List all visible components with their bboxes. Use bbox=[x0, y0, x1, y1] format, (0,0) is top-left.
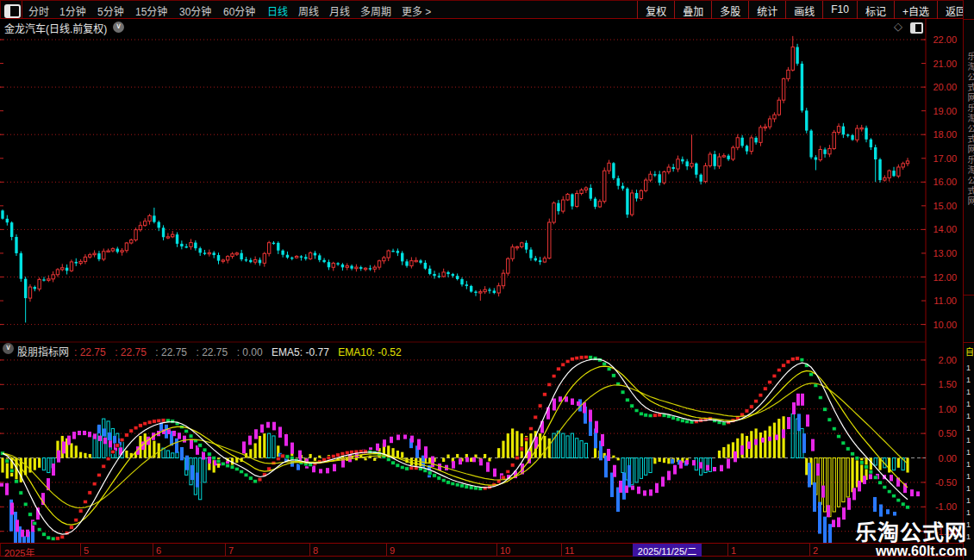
chart-canvas[interactable] bbox=[0, 0, 974, 560]
date-divider bbox=[80, 544, 81, 557]
watchlist-item[interactable]: 1 bbox=[966, 470, 971, 482]
watchlist-tab[interactable]: 自 bbox=[965, 345, 974, 358]
watchlist-item[interactable]: 1 bbox=[966, 458, 971, 470]
price-axis-label: 11.00 bbox=[919, 296, 957, 306]
candlestick-series bbox=[1, 36, 908, 323]
date-label: 7 bbox=[228, 545, 234, 556]
watchlist-item[interactable]: 1 bbox=[966, 374, 971, 386]
date-divider bbox=[153, 544, 153, 557]
indicator-value: : 0.00 bbox=[237, 346, 263, 358]
date-label: 5 bbox=[84, 545, 89, 556]
indicator-axis-label: 0.50 bbox=[919, 428, 957, 439]
indicator-name[interactable]: 股朋指标网 bbox=[17, 344, 69, 358]
selected-date-badge: 2025/11/25/二 bbox=[633, 544, 702, 557]
price-axis-label: 13.00 bbox=[919, 248, 957, 258]
watchlist-item[interactable]: 1 bbox=[966, 495, 971, 507]
right-sidebar-strip[interactable]: 乐淘公式网乐淘公式网乐淘公式网 自 111111111111111 bbox=[963, 0, 974, 560]
date-divider bbox=[309, 544, 310, 557]
price-axis-label: 12.00 bbox=[919, 272, 957, 283]
watchlist-item[interactable]: 1 bbox=[966, 446, 971, 458]
indicator-axis-label: -0.50 bbox=[919, 477, 957, 488]
date-label: 6 bbox=[156, 545, 161, 556]
indicator-panel bbox=[0, 355, 926, 560]
price-axis-label: 21.00 bbox=[919, 59, 957, 69]
price-axis-label: 20.00 bbox=[919, 82, 957, 92]
trading-app-window: 分时 1分钟 5分钟 15分钟 30分钟 60分钟 日线 周线 月线 多周期 更… bbox=[0, 0, 974, 560]
watchlist-item[interactable]: 1 bbox=[966, 507, 971, 519]
chevron-down-icon[interactable]: ∨ bbox=[3, 343, 14, 354]
price-axis-label: 16.00 bbox=[919, 177, 957, 187]
watchlist-item[interactable]: 1 bbox=[966, 398, 971, 410]
indicator-axis-label: 0.00 bbox=[919, 453, 957, 464]
watchlist-item[interactable]: 1 bbox=[966, 422, 971, 434]
date-divider bbox=[225, 544, 226, 557]
indicator-axis-label: 1.00 bbox=[919, 404, 957, 414]
date-label: 2 bbox=[813, 545, 818, 556]
indicator-value: : 22.75 bbox=[115, 346, 147, 358]
price-axis-label: 22.00 bbox=[919, 34, 957, 45]
date-label: 11 bbox=[565, 545, 574, 556]
indicator-value: : 22.75 bbox=[196, 346, 228, 358]
price-axis-label: 14.00 bbox=[919, 224, 957, 234]
watchlist-item[interactable]: 1 bbox=[966, 362, 971, 374]
date-divider bbox=[809, 544, 810, 557]
price-axis-label: 19.00 bbox=[919, 106, 957, 116]
price-axis-label: 17.00 bbox=[919, 153, 957, 164]
date-divider bbox=[561, 544, 562, 557]
watchlist-item[interactable]: 1 bbox=[966, 386, 971, 398]
date-divider bbox=[496, 544, 497, 557]
indicator-value: : 22.75 bbox=[155, 346, 187, 358]
date-label: 8 bbox=[313, 545, 318, 556]
sidebar-vertical-text: 乐淘公式网乐淘公式网乐淘公式网 bbox=[965, 52, 974, 284]
watchlist-items: 111111111111111 bbox=[966, 362, 971, 543]
watchlist-item[interactable]: 1 bbox=[966, 482, 971, 495]
date-label: 1 bbox=[731, 545, 736, 556]
indicator-axis-label: -1.00 bbox=[919, 501, 957, 512]
main-grid bbox=[0, 19, 926, 557]
ema5-value: EMA5: -0.77 bbox=[272, 346, 329, 358]
ema10-value: EMA10: -0.52 bbox=[338, 346, 401, 358]
watchlist-item[interactable]: 1 bbox=[966, 434, 971, 446]
watermark-site-name: 乐淘公式网 bbox=[855, 521, 967, 544]
date-divider bbox=[386, 544, 387, 557]
indicator-axis-label: 2.00 bbox=[919, 355, 957, 365]
watchlist-item[interactable]: 1 bbox=[966, 410, 971, 422]
date-label: 9 bbox=[390, 545, 395, 556]
watermark-url: www.60lt.com bbox=[855, 544, 967, 558]
price-axis-label: 15.00 bbox=[919, 201, 957, 211]
price-axis-label: 10.00 bbox=[919, 320, 957, 330]
indicator-header: ∨ 股朋指标网 : 22.75 : 22.75 : 22.75 : 22.75 … bbox=[0, 343, 926, 356]
bottom-partial-row bbox=[0, 557, 974, 560]
watermark: 乐淘公式网 www.60lt.com bbox=[855, 521, 967, 558]
indicator-value: : 22.75 bbox=[74, 346, 106, 358]
indicator-axis-label: 1.50 bbox=[919, 379, 957, 389]
indicator-values: : 22.75 : 22.75 : 22.75 : 22.75 : 0.00 E… bbox=[74, 344, 407, 359]
price-axis-label: 18.00 bbox=[919, 129, 957, 140]
date-divider bbox=[727, 544, 728, 557]
date-axis[interactable]: 2025/11/25/二 2025年56789101112 bbox=[0, 543, 974, 557]
date-label: 10 bbox=[500, 545, 510, 556]
